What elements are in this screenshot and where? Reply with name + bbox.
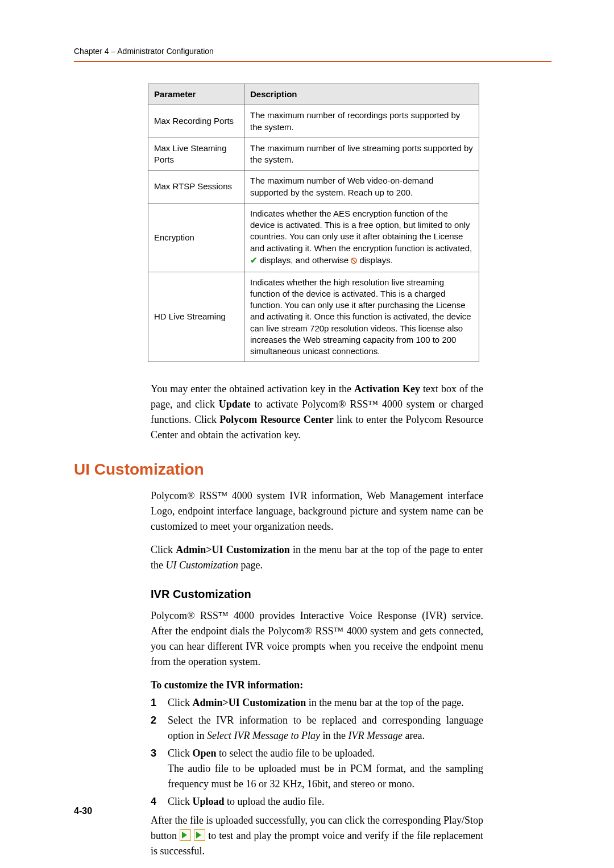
prohibited-icon: ⦸ (351, 255, 357, 265)
text: in the (320, 730, 349, 741)
step-item: 4 Click Upload to upload the audio file. (151, 794, 483, 809)
header-rule (74, 61, 551, 62)
ordered-steps: 1 Click Admin>UI Customization in the me… (151, 695, 483, 809)
cell-desc: Indicates whether the AES encryption fun… (244, 203, 479, 272)
step-number: 3 (151, 746, 168, 792)
cell-desc: The maximum number of recordings ports s… (244, 105, 479, 138)
page-number: 4-30 (74, 804, 92, 818)
text: to upload the audio file. (225, 796, 325, 807)
text: in the menu bar at the top of the page. (306, 697, 463, 708)
text: You may enter the obtained activation ke… (151, 383, 354, 394)
text-bold: Update (219, 398, 251, 410)
cell-param: HD Live Streaming (148, 272, 244, 362)
text-bold: Admin>UI Customization (176, 544, 289, 555)
text-italic: Select IVR Message to Play (207, 730, 320, 741)
cell-param: Max Live Steaming Ports (148, 138, 244, 171)
paragraph: After the file is uploaded successfully,… (151, 813, 483, 859)
step-number: 1 (151, 695, 168, 711)
play-icon (180, 829, 191, 841)
text: to select the audio file to be uploaded. (217, 747, 375, 759)
col-parameter: Parameter (148, 84, 244, 105)
desc-text: displays. (359, 255, 392, 265)
section-heading: UI Customization (74, 458, 551, 481)
cell-param: Encryption (148, 203, 244, 272)
table-row: Max Recording Ports The maximum number o… (148, 105, 479, 138)
step-number: 2 (151, 713, 168, 744)
table-row: Encryption Indicates whether the AES enc… (148, 203, 479, 272)
text-bold: Admin>UI Customization (193, 697, 306, 708)
table-header-row: Parameter Description (148, 84, 479, 105)
table-row: HD Live Streaming Indicates whether the … (148, 272, 479, 362)
cell-desc: The maximum number of Web video-on-deman… (244, 171, 479, 203)
cell-param: Max Recording Ports (148, 105, 244, 138)
step-item: 3 Click Open to select the audio file to… (151, 746, 483, 792)
desc-text: displays, and otherwise (260, 255, 351, 265)
text-bold: Activation Key (354, 383, 420, 394)
paragraph: Polycom® RSS™ 4000 system IVR informatio… (151, 488, 483, 573)
paragraph: Polycom® RSS™ 4000 provides Interactive … (151, 608, 483, 693)
col-description: Description (244, 84, 479, 105)
text: area. (403, 730, 425, 741)
step-number: 4 (151, 794, 168, 809)
text: Click (168, 697, 193, 708)
checkmark-icon: ✔ (250, 255, 258, 265)
text-bold: Open (193, 747, 217, 759)
table-row: Max Live Steaming Ports The maximum numb… (148, 138, 479, 171)
text-italic: IVR Message (348, 730, 402, 741)
text: Polycom® RSS™ 4000 system IVR informatio… (151, 488, 483, 534)
cell-desc: The maximum number of live streaming por… (244, 138, 479, 171)
text: Click (151, 544, 176, 555)
text: The audio file to be uploaded must be in… (168, 763, 483, 790)
parameter-table: Parameter Description Max Recording Port… (148, 84, 479, 362)
text: Click (168, 796, 193, 807)
desc-text: Indicates whether the AES encryption fun… (250, 209, 472, 253)
step-item: 1 Click Admin>UI Customization in the me… (151, 695, 483, 711)
cell-desc: Indicates whether the high resolution li… (244, 272, 479, 362)
text-italic: UI Customization (166, 559, 239, 571)
table-row: Max RTSP Sessions The maximum number of … (148, 171, 479, 203)
step-item: 2 Select the IVR information to be repla… (151, 713, 483, 744)
stop-icon (194, 829, 205, 841)
subsection-heading: IVR Customization (151, 585, 551, 603)
text: page. (238, 559, 263, 571)
paragraph: You may enter the obtained activation ke… (151, 381, 483, 443)
text: Click (168, 747, 193, 759)
text-bold: Upload (193, 796, 225, 807)
steps-title: To customize the IVR information: (151, 678, 483, 693)
text: Polycom® RSS™ 4000 provides Interactive … (151, 608, 483, 670)
text-bold: Polycom Resource Center (219, 414, 333, 425)
chapter-header: Chapter 4 – Administrator Configuration (74, 45, 551, 57)
cell-param: Max RTSP Sessions (148, 171, 244, 203)
